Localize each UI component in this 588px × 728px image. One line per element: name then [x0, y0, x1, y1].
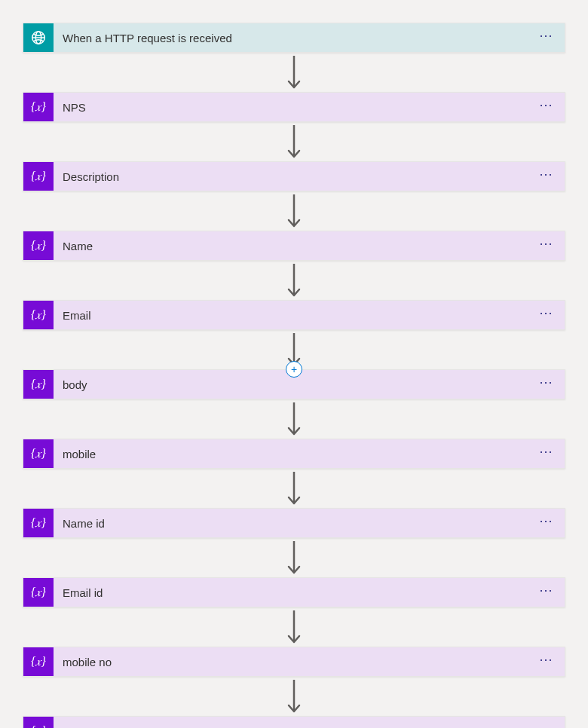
variable-glyph-icon: {𝑥}: [31, 655, 46, 668]
arrow-down-icon: [286, 261, 302, 300]
arrow-down-icon: [286, 538, 302, 577]
step-body: Email id⋯: [54, 578, 565, 607]
variable-icon: {𝑥}: [23, 370, 54, 399]
variable-glyph-icon: {𝑥}: [31, 724, 46, 728]
variable-icon: {𝑥}: [23, 162, 54, 191]
variable-glyph-icon: {𝑥}: [31, 516, 46, 530]
flow-connector: [23, 607, 565, 647]
variable-glyph-icon: {𝑥}: [31, 378, 46, 391]
step-label: NPS: [63, 101, 86, 114]
step-menu-button[interactable]: ⋯: [536, 514, 557, 532]
step-body: Description⋯: [54, 162, 565, 191]
step-menu-button[interactable]: ⋯: [536, 583, 557, 601]
flow-connector: [23, 53, 565, 92]
flow-step-variable[interactable]: {𝑥}Name⋯: [23, 231, 565, 261]
variable-glyph-icon: {𝑥}: [31, 100, 46, 114]
flow-step-variable[interactable]: {𝑥}Name id⋯: [23, 508, 565, 538]
step-body: When a HTTP request is received⋯: [54, 23, 565, 52]
step-menu-button[interactable]: ⋯: [536, 237, 557, 255]
variable-glyph-icon: {𝑥}: [31, 170, 46, 183]
arrow-down-icon: [286, 677, 302, 716]
step-label: body: [63, 378, 87, 391]
arrow-down-icon: [286, 607, 302, 647]
variable-glyph-icon: {𝑥}: [31, 239, 46, 252]
step-body: mobile⋯: [54, 439, 565, 468]
step-label: When a HTTP request is received: [63, 32, 232, 44]
step-body: body⋯: [54, 370, 565, 399]
step-menu-button[interactable]: ⋯: [536, 29, 557, 47]
flow-step-variable[interactable]: {𝑥}Email id⋯: [23, 577, 565, 607]
variable-icon: {𝑥}: [23, 301, 54, 329]
arrow-down-icon: [286, 191, 302, 231]
flow-connector: [23, 122, 565, 161]
add-step-button[interactable]: +: [286, 361, 302, 378]
variable-glyph-icon: {𝑥}: [31, 447, 46, 460]
flow-step-variable[interactable]: {𝑥}mobile⋯: [23, 439, 565, 469]
arrow-down-icon: [286, 122, 302, 161]
step-menu-button[interactable]: ⋯: [536, 98, 557, 116]
step-body: NPS⋯: [54, 93, 565, 121]
flow-step-variable[interactable]: {𝑥}user-comment⋯: [23, 716, 565, 728]
step-body: Email⋯: [54, 301, 565, 329]
step-menu-button[interactable]: ⋯: [536, 445, 557, 463]
flow-connector: [23, 538, 565, 577]
step-body: Name⋯: [54, 231, 565, 260]
flow-step-variable[interactable]: {𝑥}mobile no⋯: [23, 647, 565, 677]
variable-icon: {𝑥}: [23, 93, 54, 121]
flow-step-variable[interactable]: {𝑥}NPS⋯: [23, 92, 565, 122]
globe-icon: [30, 29, 47, 46]
flow-connector: [23, 677, 565, 716]
http-trigger-icon: [23, 23, 54, 52]
step-menu-button[interactable]: ⋯: [536, 653, 557, 671]
variable-glyph-icon: {𝑥}: [31, 586, 46, 599]
step-label: user-comment: [63, 725, 135, 729]
step-body: user-comment⋯: [54, 717, 565, 728]
step-body: Name id⋯: [54, 509, 565, 537]
step-body: mobile no⋯: [54, 647, 565, 676]
step-menu-button[interactable]: ⋯: [536, 167, 557, 185]
arrow-down-icon: [286, 53, 302, 92]
arrow-down-icon: [286, 469, 302, 508]
variable-icon: {𝑥}: [23, 439, 54, 468]
variable-icon: {𝑥}: [23, 717, 54, 728]
step-label: Email id: [63, 586, 103, 599]
flow-connector: [23, 469, 565, 508]
step-label: Name id: [63, 517, 105, 530]
step-label: mobile: [63, 448, 96, 460]
step-label: Name: [63, 240, 93, 252]
variable-icon: {𝑥}: [23, 578, 54, 607]
step-label: mobile no: [63, 656, 112, 668]
step-menu-button[interactable]: ⋯: [536, 722, 557, 728]
flow-connector: +: [23, 330, 565, 369]
variable-icon: {𝑥}: [23, 509, 54, 537]
step-menu-button[interactable]: ⋯: [536, 306, 557, 324]
variable-glyph-icon: {𝑥}: [31, 308, 46, 322]
variable-icon: {𝑥}: [23, 647, 54, 676]
flow-connector: [23, 191, 565, 231]
flow-connector: [23, 399, 565, 439]
arrow-down-icon: [286, 399, 302, 439]
flow-connector: [23, 261, 565, 300]
flow-step-variable[interactable]: {𝑥}Description⋯: [23, 161, 565, 191]
variable-icon: {𝑥}: [23, 231, 54, 260]
flow-step-trigger[interactable]: When a HTTP request is received⋯: [23, 23, 565, 53]
flow-step-variable[interactable]: {𝑥}Email⋯: [23, 300, 565, 330]
step-label: Description: [63, 170, 119, 183]
step-label: Email: [63, 309, 91, 322]
step-menu-button[interactable]: ⋯: [536, 375, 557, 393]
